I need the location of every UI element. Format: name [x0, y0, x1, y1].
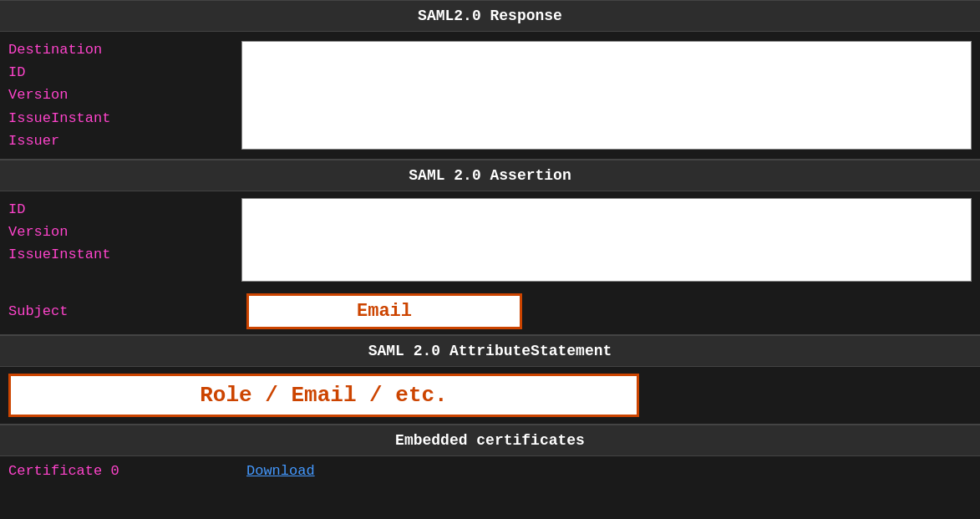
saml-assertion-title: SAML 2.0 Assertion: [409, 167, 571, 184]
saml-response-body: Destination ID Version IssueInstant Issu…: [0, 32, 980, 159]
attributes-row: Role / Email / etc.: [0, 367, 980, 424]
destination-label: Destination: [8, 38, 230, 61]
saml-response-title: SAML2.0 Response: [418, 8, 562, 24]
saml-assertion-field-labels: ID Version IssueInstant: [0, 191, 238, 288]
embedded-certs-title: Embedded certificates: [395, 432, 585, 449]
saml-response-textbox[interactable]: [241, 41, 972, 150]
saml-response-field-labels: Destination ID Version IssueInstant Issu…: [0, 32, 238, 159]
saml-response-content: [238, 32, 980, 159]
certificate-0-label: Certificate 0: [8, 463, 246, 479]
main-container: SAML2.0 Response Destination ID Version …: [0, 0, 980, 486]
cert-section: Certificate 0 Download: [0, 456, 980, 486]
version-label-assertion: Version: [8, 221, 230, 243]
id-label-assertion: ID: [8, 198, 230, 221]
version-label-response: Version: [8, 84, 230, 106]
download-link[interactable]: Download: [246, 463, 315, 479]
subject-row: Subject Email: [0, 288, 980, 334]
subject-email-box[interactable]: Email: [246, 293, 522, 329]
embedded-certs-header: Embedded certificates: [0, 425, 980, 456]
subject-label: Subject: [8, 303, 246, 319]
saml-assertion-content: [238, 191, 980, 288]
issuer-label-response: Issuer: [8, 130, 230, 152]
saml-assertion-fields-row: ID Version IssueInstant: [0, 191, 980, 288]
issueinstant-label-response: IssueInstant: [8, 107, 230, 130]
saml-attribute-header: SAML 2.0 AttributeStatement: [0, 335, 980, 367]
saml-assertion-textbox[interactable]: [241, 198, 972, 282]
issueinstant-label-assertion: IssueInstant: [8, 243, 230, 266]
saml-assertion-header: SAML 2.0 Assertion: [0, 160, 980, 191]
saml-attribute-title: SAML 2.0 AttributeStatement: [368, 343, 612, 359]
attributes-box[interactable]: Role / Email / etc.: [8, 374, 639, 417]
saml-response-header: SAML2.0 Response: [0, 0, 980, 32]
id-label-response: ID: [8, 61, 230, 84]
